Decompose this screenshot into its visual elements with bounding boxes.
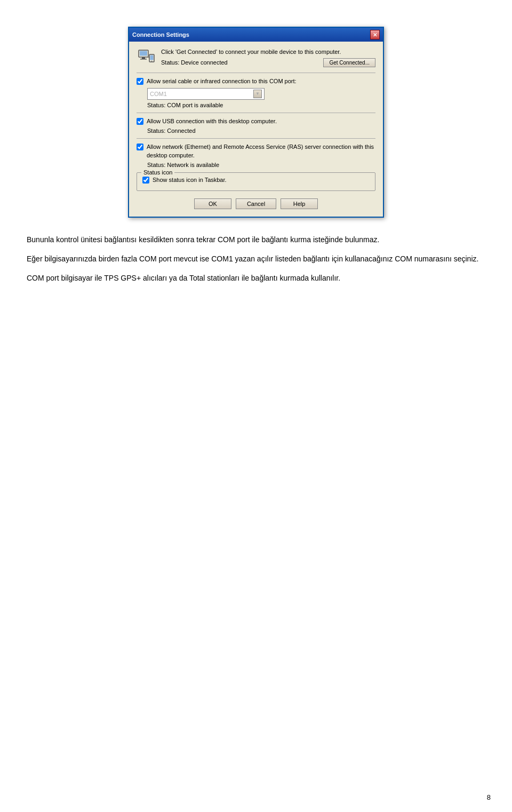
close-button[interactable]: ✕: [370, 30, 380, 39]
device-text-block: Click 'Get Connected' to connect your mo…: [161, 48, 375, 67]
usb-section: Allow USB connection with this desktop c…: [137, 117, 375, 134]
network-checkbox-label: Allow network (Ethernet) and Remote Acce…: [147, 143, 375, 160]
dropdown-arrow-icon: ▼: [253, 90, 262, 98]
svg-point-6: [151, 61, 153, 62]
network-status-text: Status: Network is available: [147, 162, 375, 168]
paragraph-2: Eğer bilgisayarınızda birden fazla COM p…: [27, 253, 485, 266]
dialog-buttons: OK Cancel Help: [137, 196, 375, 211]
dialog-titlebar: Connection Settings ✕: [129, 28, 383, 42]
network-checkbox-row: Allow network (Ethernet) and Remote Acce…: [137, 143, 375, 160]
usb-checkbox[interactable]: [137, 118, 143, 125]
usb-checkbox-label: Allow USB connection with this desktop c…: [147, 117, 277, 125]
svg-rect-2: [142, 57, 145, 59]
page-container: Connection Settings ✕: [0, 0, 512, 812]
connection-settings-dialog: Connection Settings ✕: [128, 27, 384, 218]
network-checkbox[interactable]: [137, 144, 143, 150]
paragraph-1: Bununla kontrol ünitesi bağlantısı kesil…: [27, 234, 485, 246]
status-icon-group-title: Status icon: [141, 169, 174, 176]
help-button[interactable]: Help: [281, 198, 318, 209]
com-dropdown-row: COM1 ▼: [147, 88, 375, 100]
com-port-dropdown[interactable]: COM1 ▼: [147, 88, 265, 100]
ok-button[interactable]: OK: [194, 198, 231, 209]
show-status-label: Show status icon in Taskbar.: [153, 176, 227, 184]
get-connected-button[interactable]: Get Connected...: [323, 58, 375, 67]
com-value: COM1: [150, 91, 167, 97]
dialog-body: Click 'Get Connected' to connect your mo…: [129, 42, 383, 217]
dialog-title: Connection Settings: [132, 31, 189, 38]
separator-1: [137, 73, 375, 73]
usb-checkbox-row: Allow USB connection with this desktop c…: [137, 117, 375, 125]
separator-3: [137, 138, 375, 139]
screenshot-area: Connection Settings ✕: [21, 27, 491, 218]
device-icon: [137, 48, 156, 67]
status-icon-group: Status icon Show status icon in Taskbar.: [137, 172, 375, 191]
device-status-line: Status: Device connected Get Connected..…: [161, 58, 375, 67]
show-status-checkbox[interactable]: [142, 177, 149, 184]
separator-2: [137, 113, 375, 113]
page-number: 8: [487, 793, 491, 801]
svg-rect-3: [140, 59, 147, 60]
device-instruction-text: Click 'Get Connected' to connect your mo…: [161, 49, 341, 55]
svg-rect-5: [150, 55, 154, 60]
serial-checkbox-row: Allow serial cable or infrared connectio…: [137, 77, 375, 85]
com-status-text: Status: COM port is available: [147, 102, 375, 108]
device-svg: [137, 48, 156, 67]
cancel-button[interactable]: Cancel: [236, 198, 276, 209]
serial-checkbox-label: Allow serial cable or infrared connectio…: [147, 77, 297, 85]
serial-checkbox[interactable]: [137, 78, 143, 85]
show-status-row: Show status icon in Taskbar.: [142, 176, 370, 184]
body-text: Bununla kontrol ünitesi bağlantısı kesil…: [21, 234, 491, 284]
svg-rect-1: [140, 51, 147, 56]
network-section: Allow network (Ethernet) and Remote Acce…: [137, 143, 375, 168]
device-status-text: Status: Device connected: [161, 59, 228, 67]
device-row: Click 'Get Connected' to connect your mo…: [137, 48, 375, 67]
serial-section: Allow serial cable or infrared connectio…: [137, 77, 375, 108]
usb-status-text: Status: Connected: [147, 128, 375, 134]
paragraph-3: COM port bilgisayar ile TPS GPS+ alıcıla…: [27, 272, 485, 285]
